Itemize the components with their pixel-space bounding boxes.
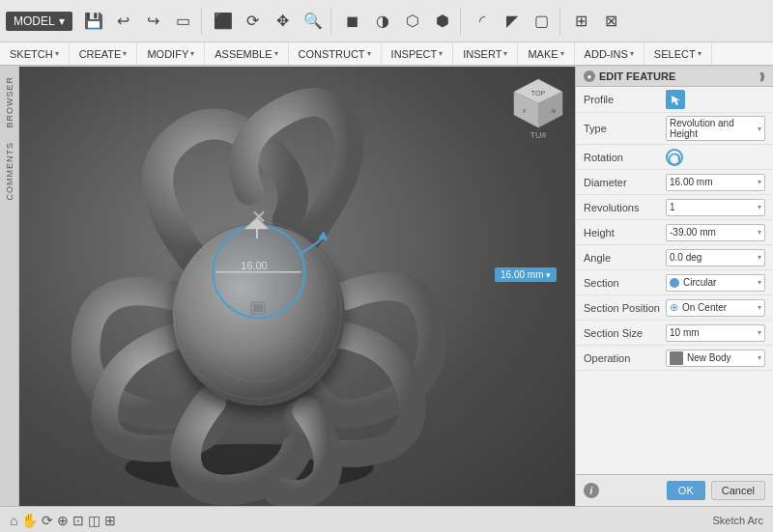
status-tools-left: ⌂ ✋ ⟳ ⊕ ⊡ ◫ ⊞ <box>10 513 116 528</box>
type-dropdown-arrow: ▾ <box>758 125 761 133</box>
height-value: -39.00 mm <box>670 227 716 238</box>
revolve-btn[interactable]: ◑ <box>369 8 396 35</box>
sketch-label: Sketch Arc <box>712 515 763 526</box>
field-value-diameter: 16.00 mm ▾ <box>666 174 765 191</box>
loft-btn[interactable]: ⬢ <box>429 8 456 35</box>
field-value-height: -39.00 mm ▾ <box>666 224 765 241</box>
svg-marker-19 <box>672 96 680 105</box>
nav-addins[interactable]: ADD-INS ▾ <box>575 42 644 65</box>
nav-cube[interactable]: TOP R F TU# <box>509 74 567 132</box>
window-btn[interactable]: ▭ <box>170 8 197 35</box>
view-icon[interactable]: ◫ <box>88 513 100 528</box>
field-row-section-position: Section Position ⊕ On Center ▾ <box>576 295 773 321</box>
undo-btn[interactable]: ↩ <box>110 8 137 35</box>
toolbar: MODEL ▾ 💾 ↩ ↪ ▭ ⬛ ⟳ ✥ 🔍 ◼ ◑ ⬡ ⬢ ◜ ◤ ▢ ⊞ <box>0 0 773 67</box>
ok-button[interactable]: OK <box>667 481 705 500</box>
nav-sketch[interactable]: SKETCH ▾ <box>0 42 70 65</box>
field-row-angle: Angle 0.0 deg ▾ <box>576 245 773 270</box>
dimension-label[interactable]: 16.00 mm ▾ <box>495 267 557 282</box>
angle-value: 0.0 deg <box>670 252 701 263</box>
toolbar-nav: SKETCH ▾ CREATE ▾ MODIFY ▾ ASSEMBLE ▾ CO… <box>0 42 773 66</box>
nav-construct[interactable]: CONSTRUCT ▾ <box>289 42 382 65</box>
nav-assemble[interactable]: ASSEMBLE ▾ <box>205 42 288 65</box>
sweep-btn[interactable]: ⬡ <box>399 8 426 35</box>
nav-create-label: CREATE <box>79 48 122 60</box>
panel-status-icon: ● <box>584 70 595 82</box>
nav-create-arrow: ▾ <box>123 49 127 58</box>
panel-header-left: ● EDIT FEATURE <box>584 70 675 82</box>
operation-arrow: ▾ <box>758 353 761 362</box>
constraint-btn[interactable]: ⊠ <box>598 8 625 35</box>
nav-construct-arrow: ▾ <box>367 49 371 58</box>
field-label-operation: Operation <box>584 352 666 364</box>
nav-insert-label: INSERT <box>463 48 501 60</box>
angle-select[interactable]: 0.0 deg ▾ <box>666 249 765 266</box>
svg-text:16.00: 16.00 <box>241 260 267 271</box>
rotation-icon <box>666 149 683 166</box>
model-arrow: ▾ <box>59 14 65 28</box>
left-sidebar: BROWSER COMMENTS <box>0 67 19 506</box>
nav-modify-arrow: ▾ <box>190 49 194 58</box>
viewport[interactable]: 16.00 16.00 mm ▾ <box>19 67 575 506</box>
chamfer-btn[interactable]: ◤ <box>499 8 526 35</box>
zoom-btn[interactable]: 🔍 <box>300 8 327 35</box>
type-select[interactable]: Revolution and Height ▾ <box>666 116 765 141</box>
hand-icon[interactable]: ✋ <box>21 513 38 528</box>
sidebar-comments-tab[interactable]: COMMENTS <box>3 136 16 207</box>
nav-modify-label: MODIFY <box>147 48 188 60</box>
nav-create[interactable]: CREATE ▾ <box>70 42 138 65</box>
sidebar-browser-tab[interactable]: BROWSER <box>3 70 16 134</box>
field-value-type: Revolution and Height ▾ <box>666 116 765 141</box>
nav-select-arrow: ▾ <box>698 49 701 58</box>
type-value: Revolution and Height <box>670 118 758 139</box>
nav-insert[interactable]: INSERT ▾ <box>453 42 518 65</box>
field-row-diameter: Diameter 16.00 mm ▾ <box>576 170 773 195</box>
operation-value: New Body <box>687 352 731 363</box>
nav-inspect-label: INSPECT <box>391 48 438 60</box>
field-row-section: Section Circular ▾ <box>576 270 773 295</box>
field-row-section-size: Section Size 10 mm ▾ <box>576 321 773 346</box>
box-btn[interactable]: ⬛ <box>210 8 237 35</box>
profile-select-btn[interactable] <box>666 90 685 109</box>
height-select[interactable]: -39.00 mm ▾ <box>666 224 765 241</box>
section-select[interactable]: Circular ▾ <box>666 274 765 292</box>
orbit-icon[interactable]: ⟳ <box>42 513 53 528</box>
section-position-icon: ⊕ <box>670 301 678 314</box>
field-row-type: Type Revolution and Height ▾ <box>576 113 773 145</box>
zoomfit-icon[interactable]: ⊡ <box>72 513 84 528</box>
nav-inspect[interactable]: INSPECT ▾ <box>382 42 454 65</box>
grid-icon[interactable]: ⊞ <box>104 513 116 528</box>
edit-feature-panel: ● EDIT FEATURE ⟫ Profile Type <box>575 67 773 506</box>
model-label: MODEL <box>14 14 55 28</box>
pan-btn[interactable]: ✥ <box>270 8 297 35</box>
field-label-section: Section <box>584 277 666 289</box>
extrude-btn[interactable]: ◼ <box>339 8 366 35</box>
modify-tools: ◜ ◤ ▢ <box>465 8 560 35</box>
fillet-btn[interactable]: ◜ <box>469 8 496 35</box>
redo-btn[interactable]: ↪ <box>140 8 167 35</box>
field-value-section-position: ⊕ On Center ▾ <box>666 299 765 317</box>
panel-title: EDIT FEATURE <box>599 70 675 82</box>
section-position-select[interactable]: ⊕ On Center ▾ <box>666 299 765 317</box>
section-value: Circular <box>683 277 716 288</box>
svg-rect-9 <box>253 304 263 312</box>
nav-modify[interactable]: MODIFY ▾ <box>137 42 205 65</box>
shell-btn[interactable]: ▢ <box>529 8 556 35</box>
model-mode-dropdown[interactable]: MODEL ▾ <box>6 12 72 31</box>
zoom-icon[interactable]: ⊕ <box>57 513 69 528</box>
save-btn[interactable]: 💾 <box>80 8 107 35</box>
panel-footer: i OK Cancel <box>576 474 773 506</box>
field-value-section: Circular ▾ <box>666 274 765 292</box>
nav-select[interactable]: SELECT ▾ <box>644 42 712 65</box>
diameter-select[interactable]: 16.00 mm ▾ <box>666 174 765 191</box>
panel-expand-btn[interactable]: ⟫ <box>759 71 765 82</box>
operation-select[interactable]: New Body ▾ <box>666 350 765 367</box>
revolutions-select[interactable]: 1 ▾ <box>666 199 765 216</box>
home-icon[interactable]: ⌂ <box>10 513 17 528</box>
orbit-btn[interactable]: ⟳ <box>240 8 267 35</box>
info-icon[interactable]: i <box>584 483 599 498</box>
joint-btn[interactable]: ⊞ <box>568 8 595 35</box>
section-size-select[interactable]: 10 mm ▾ <box>666 324 765 342</box>
cancel-button[interactable]: Cancel <box>711 481 765 500</box>
nav-make[interactable]: MAKE ▾ <box>518 42 574 65</box>
